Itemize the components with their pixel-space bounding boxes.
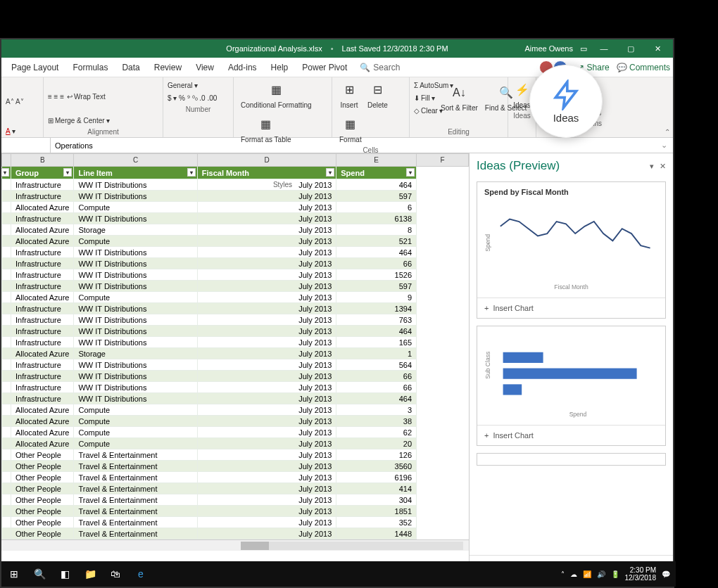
tab-data[interactable]: Data: [115, 58, 146, 77]
volume-icon[interactable]: 🔊: [597, 570, 605, 578]
wifi-icon[interactable]: 📶: [583, 570, 591, 578]
title-bar: Organizational Analysis.xlsx • Last Save…: [1, 39, 673, 58]
table-row[interactable]: Allocated AzureComputeJuly 201320: [2, 438, 469, 449]
taskbar-clock[interactable]: 2:30 PM 12/3/2018: [625, 566, 657, 582]
find-select-button[interactable]: 🔍Find & Select: [482, 82, 529, 113]
last-saved: Last Saved 12/3/2018 2:30 PM: [342, 44, 448, 53]
table-row[interactable]: Allocated AzureComputeJuly 201338: [2, 416, 469, 427]
wrap-text-button[interactable]: ↩ Wrap Text: [67, 90, 106, 103]
table-row[interactable]: InfrastructureWW IT DistributionsJuly 20…: [2, 393, 469, 404]
tab-page-layout[interactable]: Page Layout: [4, 58, 65, 77]
table-row[interactable]: Allocated AzureComputeJuly 20136: [2, 202, 469, 213]
table-row[interactable]: InfrastructureWW IT DistributionsJuly 20…: [2, 326, 469, 337]
ribbon: A˄ A˅ A ▾ ≡ ≡ ≡ ↩ Wrap Text ⊞ Merge & Ce…: [1, 77, 673, 138]
sort-filter-button[interactable]: A↓Sort & Filter: [438, 82, 481, 113]
idea-card-1[interactable]: Spend by Fiscal Month Spend Fiscal Month…: [477, 181, 666, 319]
table-row[interactable]: InfrastructureWW IT DistributionsJuly 20…: [2, 247, 469, 258]
table-row[interactable]: InfrastructureWW IT DistributionsJuly 20…: [2, 382, 469, 393]
onedrive-icon[interactable]: ☁: [570, 570, 577, 578]
tab-addins[interactable]: Add-ins: [221, 58, 264, 77]
idea-card-3[interactable]: [477, 453, 666, 466]
align-buttons[interactable]: ≡ ≡ ≡: [48, 90, 64, 103]
pane-close-icon[interactable]: ✕: [660, 162, 666, 171]
tray-up-icon[interactable]: ˄: [561, 570, 565, 578]
document-title: Organizational Analysis.xlsx: [226, 44, 322, 53]
table-row[interactable]: Allocated AzureComputeJuly 2013521: [2, 236, 469, 247]
table-row[interactable]: Allocated AzureComputeJuly 20139: [2, 292, 469, 303]
number-format-buttons[interactable]: $ ▾ % ⁹ ⁰₀ .0 .00: [168, 91, 229, 104]
search-icon: 🔍: [360, 63, 370, 72]
svg-rect-5: [503, 384, 522, 395]
ideas-pane: Ideas (Preview) ▾ ✕ Spend by Fiscal Mont…: [469, 153, 673, 573]
tab-powerpivot[interactable]: Power Pivot: [295, 58, 354, 77]
table-row[interactable]: Allocated AzureComputeJuly 201362: [2, 427, 469, 438]
comments-button[interactable]: 💬 Comments: [617, 63, 670, 72]
ribbon-display-icon[interactable]: ▭: [580, 44, 587, 53]
table-row[interactable]: InfrastructureWW IT DistributionsJuly 20…: [2, 337, 469, 348]
merge-center-button[interactable]: ⊞ Merge & Center ▾: [48, 114, 158, 127]
tab-view[interactable]: View: [189, 58, 221, 77]
user-name[interactable]: Aimee Owens: [525, 44, 573, 53]
table-row[interactable]: Other PeopleTravel & EntertainmentJuly 2…: [2, 494, 469, 506]
tab-help[interactable]: Help: [264, 58, 296, 77]
search-taskbar-icon[interactable]: 🔍: [27, 561, 52, 587]
table-row[interactable]: InfrastructureWW IT DistributionsJuly 20…: [2, 303, 469, 314]
font-size-controls[interactable]: A˄ A˅: [6, 79, 39, 124]
table-row[interactable]: Other PeopleTravel & EntertainmentJuly 2…: [2, 483, 469, 494]
insert-cells-button[interactable]: ⊞Insert: [336, 79, 362, 110]
table-row[interactable]: Allocated AzureComputeJuly 20133: [2, 404, 469, 416]
svg-text:Fiscal Month: Fiscal Month: [554, 283, 588, 290]
table-row[interactable]: Other PeopleTravel & EntertainmentJuly 2…: [2, 517, 469, 528]
name-box[interactable]: [1, 138, 51, 153]
horizontal-scrollbar[interactable]: [1, 539, 469, 551]
store-icon[interactable]: 🛍: [103, 561, 128, 587]
table-row[interactable]: Other PeopleTravel & EntertainmentJuly 2…: [2, 528, 469, 539]
file-explorer-icon[interactable]: 📁: [77, 561, 103, 587]
table-row[interactable]: Allocated AzureStorageJuly 20131: [2, 348, 469, 359]
windows-taskbar: ⊞ 🔍 ◧ 📁 🛍 e ˄ ☁ 📶 🔊 🔋 2:30 PM 12/3/2018 …: [1, 561, 676, 587]
table-row[interactable]: Other PeopleTravel & EntertainmentJuly 2…: [2, 449, 469, 461]
table-row[interactable]: Other PeopleTravel & EntertainmentJuly 2…: [2, 461, 469, 472]
tab-formulas[interactable]: Formulas: [65, 58, 115, 77]
table-row[interactable]: InfrastructureWW IT DistributionsJuly 20…: [2, 258, 469, 269]
table-row[interactable]: InfrastructureWW IT DistributionsJuly 20…: [2, 179, 469, 191]
spreadsheet-grid[interactable]: BCDEF▾Group▾Line Item▾Fiscal Month▾Spend…: [1, 153, 469, 573]
insert-chart-button-1[interactable]: +Insert Chart: [477, 298, 665, 318]
ideas-callout[interactable]: Ideas: [529, 65, 603, 138]
insert-chart-button-2[interactable]: +Insert Chart: [477, 425, 665, 445]
table-row[interactable]: InfrastructureWW IT DistributionsJuly 20…: [2, 314, 469, 326]
table-row[interactable]: InfrastructureWW IT DistributionsJuly 20…: [2, 371, 469, 382]
font-color[interactable]: A ▾: [6, 124, 39, 137]
notifications-icon[interactable]: 💬: [662, 570, 670, 578]
table-row[interactable]: InfrastructureWW IT DistributionsJuly 20…: [2, 269, 469, 281]
table-row[interactable]: InfrastructureWW IT DistributionsJuly 20…: [2, 359, 469, 371]
pane-options-icon[interactable]: ▾: [650, 162, 654, 171]
delete-cells-button[interactable]: ⊟Delete: [365, 79, 391, 110]
table-row[interactable]: Allocated AzureStorageJuly 20138: [2, 224, 469, 236]
table-row[interactable]: InfrastructureWW IT DistributionsJuly 20…: [2, 213, 469, 224]
close-button[interactable]: ✕: [648, 39, 667, 58]
minimize-button[interactable]: —: [594, 39, 614, 58]
task-view-icon[interactable]: ◧: [52, 561, 77, 587]
maximize-button[interactable]: ▢: [621, 39, 641, 58]
start-button[interactable]: ⊞: [1, 561, 27, 587]
table-row[interactable]: Other PeopleTravel & EntertainmentJuly 2…: [2, 472, 469, 483]
format-cells-button[interactable]: ▦Format: [336, 113, 365, 145]
svg-text:Sub Class: Sub Class: [484, 352, 491, 379]
battery-icon[interactable]: 🔋: [611, 570, 619, 578]
format-as-table-button[interactable]: ▦Format as Table: [238, 113, 294, 145]
formula-expand-icon[interactable]: ⌄: [655, 141, 673, 150]
tab-review[interactable]: Review: [147, 58, 189, 77]
idea-card-2[interactable]: Sub Class Spend +Insert Chart: [477, 326, 666, 446]
table-row[interactable]: InfrastructureWW IT DistributionsJuly 20…: [2, 281, 469, 292]
line-chart: Spend Fiscal Month: [477, 199, 665, 298]
svg-text:Spend: Spend: [569, 411, 587, 418]
edge-icon[interactable]: e: [128, 561, 153, 587]
table-row[interactable]: InfrastructureWW IT DistributionsJuly 20…: [2, 191, 469, 202]
collapse-ribbon-icon[interactable]: ⌃: [665, 128, 670, 136]
conditional-formatting-button[interactable]: ▦Conditional Formatting: [238, 79, 315, 110]
fill-button[interactable]: ⬇ Fill ▾: [414, 91, 435, 104]
number-format-select[interactable]: General ▾: [168, 79, 229, 91]
tell-me-search[interactable]: 🔍 Search: [360, 63, 400, 72]
table-row[interactable]: Other PeopleTravel & EntertainmentJuly 2…: [2, 506, 469, 517]
